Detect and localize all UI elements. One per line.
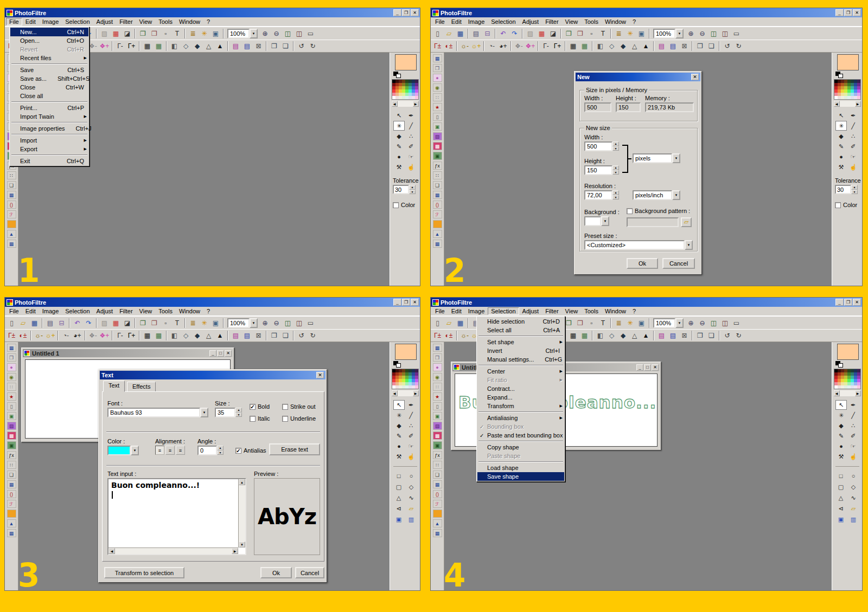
color-mosaic-icon[interactable]: ▦: [579, 41, 590, 51]
size-updown[interactable]: ▲▼: [235, 408, 242, 417]
zoom-level-dropdown[interactable]: 100%▼: [227, 318, 258, 328]
scan-icon[interactable]: ⊟: [56, 318, 67, 328]
selection-menu-item-invert[interactable]: InvertCtrl+I: [477, 346, 564, 355]
indexed-colors-icon[interactable]: ▦: [110, 28, 122, 39]
selection-menu-item-contract[interactable]: Contract...: [477, 384, 564, 393]
plugin-stripes-icon[interactable]: ▨: [7, 422, 16, 430]
select-tool-icon[interactable]: ↖: [393, 111, 405, 120]
menu-selection[interactable]: Selection: [488, 307, 519, 315]
pattern-icon[interactable]: ⊠: [679, 330, 690, 341]
window-close-button[interactable]: ✕: [853, 299, 861, 306]
plugin-calculator-icon[interactable]: ▦: [433, 54, 442, 62]
pages-a-icon[interactable]: ❐: [269, 41, 280, 51]
rotate-right-icon[interactable]: ↻: [733, 330, 744, 341]
eyedropper-tool-icon[interactable]: ✒: [405, 400, 417, 410]
selection-menu-item-paste-and-text-bounding-box[interactable]: ✓Paste and text bounding box: [477, 431, 564, 440]
blur-tool-icon[interactable]: ●: [835, 441, 847, 451]
scroll-right-icon[interactable]: ▶: [232, 548, 238, 554]
menu-file[interactable]: File: [432, 18, 448, 25]
plugin-tiles-icon[interactable]: ∷: [433, 383, 442, 391]
line-tool-icon[interactable]: ╱: [405, 121, 417, 131]
smudge-tool-icon[interactable]: ☞: [847, 441, 859, 451]
plugin-page-icon[interactable]: ▯: [7, 402, 16, 410]
new-height-spinner[interactable]: 150 ▲▼: [584, 165, 619, 175]
vertical-scrollbar[interactable]: ▲ ▼: [238, 479, 245, 547]
grey-mosaic-icon[interactable]: ▦: [567, 41, 579, 51]
unit-dropdown[interactable]: pixels ▼: [633, 153, 680, 163]
minimize-icon[interactable]: _: [636, 364, 643, 371]
erase-text-button[interactable]: Erase text: [269, 443, 320, 455]
image-mask-icon[interactable]: ◪: [547, 28, 559, 39]
angle-updown[interactable]: ▲▼: [217, 446, 224, 455]
plugin-script-icon[interactable]: ℱ: [7, 500, 16, 508]
menu-view[interactable]: View: [562, 307, 582, 315]
selection-mode-icon[interactable]: ▫: [160, 28, 171, 39]
hand-tool-icon[interactable]: ☝: [405, 162, 417, 172]
spray-tool-icon[interactable]: ∴: [847, 131, 859, 141]
screen-effect-a-icon[interactable]: ▤: [230, 41, 241, 51]
ok-button[interactable]: Ok: [627, 258, 658, 269]
default-colors-icon[interactable]: [835, 72, 844, 78]
plugin-brackets-icon[interactable]: (): [7, 490, 16, 498]
plugin-stripes-icon[interactable]: ▨: [433, 132, 442, 140]
emboss-icon[interactable]: ◧: [595, 330, 606, 341]
menu-view[interactable]: View: [136, 307, 156, 315]
plugin-circles-icon[interactable]: ∷: [7, 461, 16, 469]
smudge-tool-icon[interactable]: ☞: [847, 152, 859, 162]
explorer-icon[interactable]: ≣: [187, 318, 199, 328]
clone-stamp-tool-icon[interactable]: ⚒: [393, 162, 405, 172]
airbrush-tool-icon[interactable]: ✐: [405, 431, 417, 441]
menu-adjust[interactable]: Adjust: [93, 18, 117, 25]
screen-effect-a-icon[interactable]: ▤: [230, 330, 241, 341]
cancel-button[interactable]: Cancel: [295, 567, 324, 578]
maximize-icon[interactable]: □: [217, 350, 224, 357]
menu-window[interactable]: Window: [176, 307, 203, 315]
palette-scrollbar[interactable]: ◀▶: [392, 390, 419, 396]
emboss-icon[interactable]: ◧: [169, 330, 180, 341]
file-menu-item-export[interactable]: Export▶: [10, 145, 88, 153]
menu-filter[interactable]: Filter: [542, 18, 561, 25]
line-tool-icon[interactable]: ╱: [847, 410, 859, 420]
scroll-left-icon[interactable]: ◀: [392, 390, 398, 396]
plugin-window-icon[interactable]: ❏: [433, 181, 442, 189]
gamma-plus-icon[interactable]: Γ+: [126, 41, 137, 51]
horizontal-scrollbar[interactable]: ◀ ▶: [108, 547, 238, 554]
selection-option-b-icon[interactable]: ▥: [848, 514, 859, 524]
rotate-right-icon[interactable]: ↻: [307, 330, 318, 341]
shape-polygon-icon[interactable]: ⊲: [393, 504, 405, 513]
plugin-save-2000-icon[interactable]: ▦: [7, 480, 16, 488]
fit-window-icon[interactable]: ◫: [719, 28, 731, 39]
close-icon[interactable]: ✕: [652, 364, 659, 371]
foreground-color-swatch[interactable]: [395, 344, 417, 360]
indexed-colors-icon[interactable]: ▦: [536, 28, 547, 39]
plugin-brackets-icon[interactable]: (): [433, 490, 442, 498]
plugin-copy-page-icon[interactable]: ❐: [433, 64, 442, 72]
scroll-right-icon[interactable]: ▶: [413, 390, 419, 396]
selection-menu-item-bounding-box[interactable]: ✓Bounding box: [477, 422, 564, 431]
explorer-icon[interactable]: ≣: [613, 318, 624, 328]
screen-effect-b-icon[interactable]: ▤: [667, 41, 679, 51]
plugin-stripes-icon[interactable]: ▨: [433, 422, 442, 430]
scroll-left-icon[interactable]: ◀: [834, 390, 840, 396]
transparent-color-icon[interactable]: ▨: [525, 28, 536, 39]
angle-value[interactable]: 0: [197, 446, 217, 455]
chevron-down-icon[interactable]: ▼: [675, 29, 684, 38]
resolution-unit-dropdown[interactable]: pixels/inch ▼: [633, 190, 680, 200]
plugin-sphere-icon[interactable]: ●: [433, 74, 442, 82]
tolerance-updown[interactable]: ▲▼: [851, 185, 858, 194]
window-minimize-button[interactable]: _: [835, 299, 844, 306]
plugin-star-icon[interactable]: ★: [7, 392, 16, 401]
resolution-updown[interactable]: ▲▼: [612, 190, 619, 199]
color-mosaic-icon[interactable]: ▦: [153, 330, 164, 341]
size-value[interactable]: 35: [215, 408, 235, 417]
shape-load-folder-icon[interactable]: ▱: [406, 504, 417, 513]
color-checkbox[interactable]: [835, 202, 841, 208]
menu-file[interactable]: File: [6, 307, 22, 315]
selection-menu-item-save-shape[interactable]: Save shape: [477, 472, 564, 481]
window-restore-button[interactable]: ❐: [402, 299, 410, 306]
color-checkbox[interactable]: [393, 202, 399, 208]
app-titlebar[interactable]: PhotoFiltre_❐✕: [5, 298, 420, 307]
open-file-icon[interactable]: ▱: [443, 28, 455, 39]
background-pattern-checkbox[interactable]: [627, 208, 633, 214]
default-colors-icon[interactable]: [835, 361, 844, 368]
